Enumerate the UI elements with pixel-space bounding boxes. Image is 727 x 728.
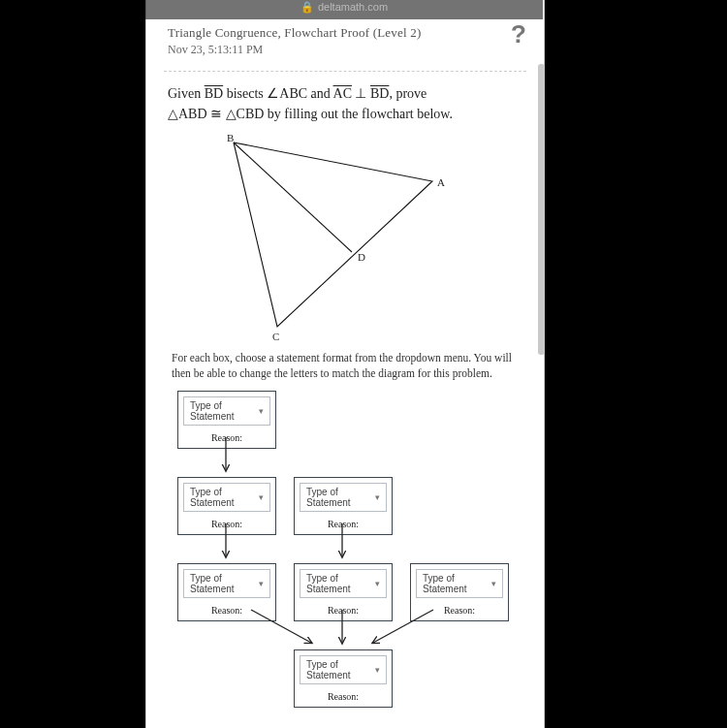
svg-line-6 <box>373 610 433 643</box>
triangle-ABD: △ABD <box>168 107 207 121</box>
prompt-text: , prove <box>389 86 427 101</box>
flowchart: Type of Statement▾ Reason: Type of State… <box>146 387 544 697</box>
divider <box>164 71 526 72</box>
prompt-text: by filling out the flowchart below. <box>264 107 453 121</box>
vertex-B: B <box>227 132 234 143</box>
worksheet-page: Triangle Congruence, Flowchart Proof (Le… <box>145 0 545 728</box>
svg-line-4 <box>251 610 311 643</box>
help-icon[interactable]: ? <box>511 21 526 47</box>
lock-icon: 🔒 <box>300 0 314 14</box>
segment-BD2: BD <box>370 86 389 101</box>
timestamp: Nov 23, 5:13:11 PM <box>168 43 524 57</box>
perp-symbol: ⊥ <box>352 86 370 101</box>
svg-line-0 <box>234 142 352 252</box>
angle-ABC: ∠ABC <box>267 86 307 101</box>
triangle-diagram <box>214 128 466 341</box>
figure: B A D C <box>146 128 544 351</box>
url-host: deltamath.com <box>318 1 388 13</box>
segment-AC: AC <box>333 86 352 101</box>
instructions: For each box, choose a statement format … <box>146 351 544 381</box>
topic-title: Triangle Congruence, Flowchart Proof (Le… <box>168 25 524 41</box>
prompt-text: and <box>307 86 332 101</box>
prompt-text: bisects <box>223 86 267 101</box>
segment-BD: BD <box>205 86 223 101</box>
triangle-CBD: △CBD <box>226 107 265 121</box>
vertex-D: D <box>358 251 365 263</box>
problem-prompt: Given BD bisects ∠ABC and AC ⊥ BD, prove… <box>146 79 544 124</box>
vertex-C: C <box>272 331 279 342</box>
congruent-symbol: ≅ <box>207 107 226 121</box>
flow-arrows <box>146 387 544 697</box>
prompt-text: Given <box>168 86 205 101</box>
url-bar: 🔒deltamath.com <box>145 0 543 16</box>
vertex-A: A <box>437 176 445 188</box>
